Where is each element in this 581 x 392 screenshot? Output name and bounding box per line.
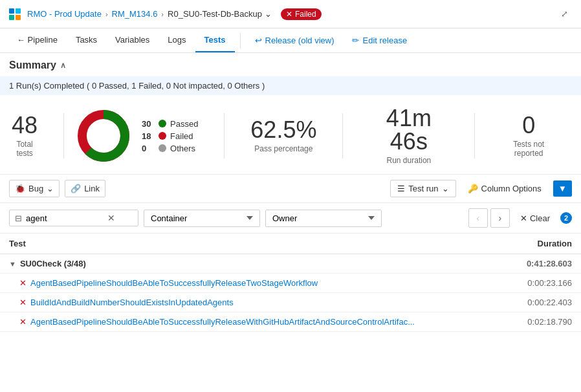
test-name[interactable]: BuildIdAndBuildNumberShouldExistsInUpdat… <box>30 298 234 307</box>
column-options-icon: 🔑 <box>468 184 478 193</box>
total-tests-number: 48 <box>9 114 40 137</box>
donut-chart <box>74 107 133 165</box>
breadcrumb-stage[interactable]: R0_SU0-Test-Db-Backup ⌄ <box>168 9 272 19</box>
col-test: Test <box>0 234 496 254</box>
filter-button[interactable]: ▼ <box>553 180 572 197</box>
test-name[interactable]: AgentBasedPipelineShouldBeAbleToSuccessf… <box>30 317 415 327</box>
link-icon: 🔗 <box>71 184 81 193</box>
stats-row: 48 Total tests 30 Passed 18 Failed <box>0 100 581 175</box>
filter-icon: ▼ <box>558 184 567 193</box>
expand-button[interactable]: ⤢ <box>556 4 573 24</box>
test-duration: 0:00:22.403 <box>496 293 581 312</box>
stat-divider-4 <box>474 113 475 158</box>
run-duration-number: 41m 46s <box>369 107 448 153</box>
run-duration-label: Run duration <box>369 156 448 165</box>
tab-variables[interactable]: Variables <box>106 28 159 52</box>
stats-banner: 1 Run(s) Completed ( 0 Passed, 1 Failed,… <box>0 76 581 95</box>
search-clear-icon[interactable]: ✕ <box>107 213 115 223</box>
pass-pct-stat: 62.5% Pass percentage <box>235 118 332 153</box>
summary-caret-icon: ∧ <box>60 61 66 70</box>
active-filter-count: 2 <box>560 212 572 224</box>
total-tests-label: Total tests <box>9 140 40 158</box>
col-duration: Duration <box>496 234 581 254</box>
bug-icon: 🐞 <box>15 184 25 193</box>
breadcrumb-project[interactable]: RMO - Prod Update <box>27 9 102 19</box>
tab-tests[interactable]: Tests <box>195 28 235 52</box>
legend-failed: 18 Failed <box>142 131 198 141</box>
tab-tasks[interactable]: Tasks <box>67 28 106 52</box>
group-toggle[interactable]: ▼ <box>9 260 16 268</box>
test-duration: 0:00:23.166 <box>496 274 581 293</box>
prev-page-button[interactable]: ‹ <box>468 208 488 228</box>
nav-edit-release[interactable]: ✏ Edit release <box>343 29 416 52</box>
container-filter[interactable]: Container <box>144 210 260 227</box>
not-reported-stat: 0 Tests not reported <box>485 114 572 158</box>
next-page-button[interactable]: › <box>490 208 510 228</box>
toolbar-right: ☰ Test run ⌄ 🔑 Column Options ▼ <box>390 180 572 197</box>
table-row: ✕AgentBasedPipelineShouldBeAbleToSuccess… <box>0 274 581 293</box>
fail-icon: ✕ <box>19 278 27 288</box>
bug-button[interactable]: 🐞 Bug ⌄ <box>9 180 60 197</box>
breadcrumb-release[interactable]: RM_M134.6 <box>112 9 158 19</box>
donut-svg <box>74 107 133 165</box>
stat-divider-2 <box>224 113 225 158</box>
filter-row: ⊟ ✕ Container Owner ‹ › ✕ Clear 2 <box>0 203 581 234</box>
column-options-button[interactable]: 🔑 Column Options <box>461 180 548 197</box>
fail-icon: ✕ <box>19 317 27 327</box>
nav-tabs: ← Pipeline Tasks Variables Logs Tests ↩ … <box>0 28 581 53</box>
test-table: Test Duration ▼SU0Check (3/48)0:41:28.60… <box>0 234 581 332</box>
pass-pct-number: 62.5% <box>250 118 316 142</box>
azure-devops-icon <box>8 7 22 21</box>
table-header-row: Test Duration <box>0 234 581 254</box>
table-row: ✕BuildIdAndBuildNumberShouldExistsInUpda… <box>0 293 581 312</box>
stat-divider-3 <box>342 113 343 158</box>
clear-x-icon: ✕ <box>520 213 527 223</box>
breadcrumb-sep-1: › <box>105 10 108 18</box>
group-duration: 0:41:28.603 <box>496 254 581 274</box>
search-input-wrap: ⊟ ✕ <box>9 210 138 226</box>
test-run-dropdown-icon: ⌄ <box>442 184 449 193</box>
not-reported-label: Tests not reported <box>501 140 556 158</box>
not-reported-number: 0 <box>501 114 556 137</box>
owner-filter[interactable]: Owner <box>265 210 382 227</box>
svg-rect-2 <box>9 15 14 20</box>
clear-filters-button[interactable]: ✕ Clear <box>515 210 555 226</box>
pass-pct-label: Pass percentage <box>250 144 316 153</box>
link-button[interactable]: 🔗 Link <box>65 180 105 197</box>
svg-rect-0 <box>9 8 14 14</box>
filter-funnel-icon: ⊟ <box>15 213 22 223</box>
search-input[interactable] <box>26 213 104 223</box>
bug-dropdown-icon: ⌄ <box>47 184 54 193</box>
breadcrumb: RMO - Prod Update › RM_M134.6 › R0_SU0-T… <box>27 8 322 20</box>
test-duration: 0:02:18.790 <box>496 312 581 332</box>
stat-divider-1 <box>63 113 64 158</box>
svg-rect-3 <box>16 15 21 20</box>
passed-dot <box>159 120 166 127</box>
pagination-arrows: ‹ › <box>468 208 510 228</box>
nav-release-old-view[interactable]: ↩ Release (old view) <box>246 29 344 52</box>
legend-passed: 30 Passed <box>142 119 198 129</box>
table-row: ▼SU0Check (3/48)0:41:28.603 <box>0 254 581 274</box>
svg-rect-1 <box>16 8 21 14</box>
logo <box>8 7 22 21</box>
run-duration-stat: 41m 46s Run duration <box>353 107 464 165</box>
others-dot <box>159 144 166 152</box>
test-run-icon: ☰ <box>397 184 405 193</box>
table-row: ✕AgentBasedPipelineShouldBeAbleToSuccess… <box>0 312 581 332</box>
test-table-wrap: Test Duration ▼SU0Check (3/48)0:41:28.60… <box>0 234 581 386</box>
tab-logs[interactable]: Logs <box>159 28 195 52</box>
tab-back[interactable]: ← Pipeline <box>8 28 67 52</box>
nav-divider <box>240 33 241 49</box>
test-run-button[interactable]: ☰ Test run ⌄ <box>390 180 455 197</box>
chart-legend: 30 Passed 18 Failed 0 Others <box>142 119 198 153</box>
fail-icon: ✕ <box>19 298 27 307</box>
legend-others: 0 Others <box>142 144 198 153</box>
summary-section: Summary ∧ <box>0 53 581 71</box>
status-badge: ✕ Failed <box>281 8 322 20</box>
group-name: SU0Check (3/48) <box>20 259 86 268</box>
header: RMO - Prod Update › RM_M134.6 › R0_SU0-T… <box>0 0 581 28</box>
summary-header[interactable]: Summary ∧ <box>9 60 572 71</box>
test-name[interactable]: AgentBasedPipelineShouldBeAbleToSuccessf… <box>30 278 318 288</box>
total-tests-stat: 48 Total tests <box>9 114 53 158</box>
toolbar: 🐞 Bug ⌄ 🔗 Link ☰ Test run ⌄ 🔑 Column Opt… <box>0 175 581 203</box>
